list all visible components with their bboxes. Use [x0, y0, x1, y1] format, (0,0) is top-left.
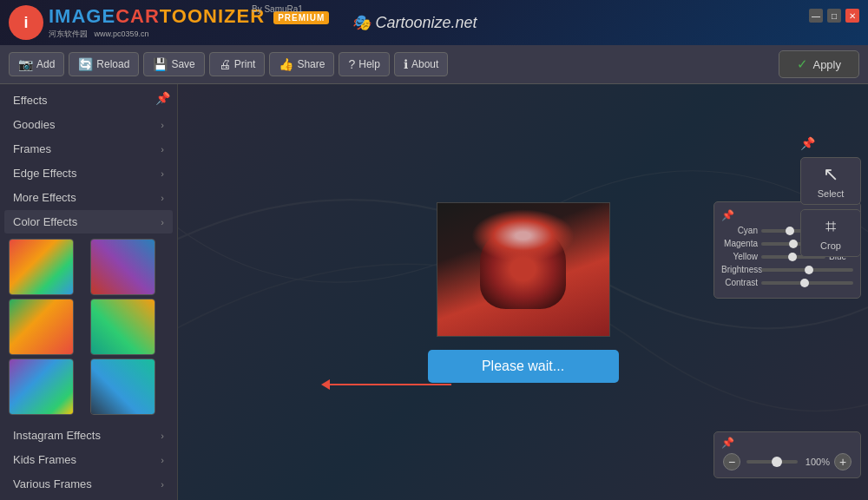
- menu-item-frames[interactable]: Frames ›: [4, 137, 173, 161]
- pin-icon-right: 📌: [800, 136, 815, 150]
- help-icon: ?: [348, 57, 355, 71]
- yellow-slider-thumb: [788, 253, 797, 261]
- arrow-icon: ›: [161, 168, 164, 179]
- zoom-panel: 📌 − 100% +: [713, 431, 861, 478]
- arrow-icon: ›: [161, 431, 164, 441]
- help-button[interactable]: ? Help: [339, 52, 389, 76]
- arrow-icon: ›: [161, 144, 164, 155]
- close-button[interactable]: ✕: [845, 9, 859, 23]
- about-icon: ℹ: [404, 57, 408, 71]
- arrow-icon: ›: [161, 479, 164, 490]
- add-icon: 📷: [18, 57, 33, 71]
- check-icon: ✓: [797, 56, 808, 72]
- titlebar: i IMAGECARTOONIZER PREMIUM 河东软件园 www.pc0…: [0, 0, 868, 45]
- save-icon: 💾: [153, 57, 168, 71]
- pin-icon-left: 📌: [155, 91, 170, 105]
- thumbnail-1[interactable]: [9, 239, 74, 295]
- logo-area: i IMAGECARTOONIZER PREMIUM 河东软件园 www.pc0…: [9, 5, 477, 40]
- arrow-icon: ›: [161, 193, 164, 203]
- magenta-slider-thumb: [789, 240, 798, 248]
- contrast-slider-thumb: [800, 279, 809, 287]
- print-icon: 🖨: [219, 57, 231, 71]
- share-icon: 👍: [279, 57, 293, 71]
- menu-item-instagram[interactable]: Instagram Effects ›: [4, 424, 173, 447]
- window-controls: — □ ✕: [809, 9, 859, 23]
- main-area: 📌 Effects › Goodies › Frames › Edge Effe…: [0, 84, 868, 500]
- brightness-slider-thumb: [805, 266, 813, 274]
- crop-icon: ⌗: [825, 215, 836, 238]
- menu-item-goodies[interactable]: Goodies ›: [4, 113, 173, 136]
- maximize-button[interactable]: □: [827, 9, 841, 23]
- save-button[interactable]: 💾 Save: [143, 52, 204, 76]
- zoom-out-button[interactable]: −: [723, 453, 740, 470]
- right-tools-panel: 📌 ↖ Select ⌗ Crop: [800, 136, 861, 257]
- menu-item-edge-effects[interactable]: Edge Effects ›: [4, 161, 173, 185]
- apply-button[interactable]: ✓ Apply: [779, 50, 859, 78]
- zoom-in-button[interactable]: +: [834, 453, 852, 470]
- zoom-pin-icon: 📌: [721, 437, 734, 449]
- menu-item-more-effects[interactable]: More Effects ›: [4, 186, 173, 209]
- menu-item-effects[interactable]: Effects ›: [4, 89, 173, 112]
- contrast-slider-track: [761, 281, 853, 285]
- menu-item-various-frames[interactable]: Various Frames ›: [4, 472, 173, 496]
- reload-icon: 🔄: [78, 57, 93, 71]
- cyan-slider-thumb: [786, 227, 794, 235]
- brightness-slider-track: [761, 268, 853, 272]
- crop-tool-button[interactable]: ⌗ Crop: [800, 209, 861, 257]
- thumbnail-4[interactable]: [90, 299, 155, 355]
- arrow-icon: ›: [161, 120, 164, 130]
- arrow-icon: ›: [161, 217, 164, 227]
- cursor-icon: ↖: [823, 163, 838, 186]
- brightness-row: Brightness: [721, 265, 853, 274]
- zoom-slider-thumb: [772, 457, 782, 467]
- thumbnails-grid: [4, 234, 173, 419]
- reload-button[interactable]: 🔄 Reload: [69, 52, 139, 76]
- about-button[interactable]: ℹ About: [394, 52, 448, 76]
- website-label: 河东软件园 www.pc0359.cn: [49, 29, 329, 40]
- toolbar: 📷 Add 🔄 Reload 💾 Save 🖨 Print 👍 Share ? …: [0, 45, 868, 84]
- thumbnail-6[interactable]: [90, 359, 155, 415]
- print-button[interactable]: 🖨 Print: [209, 52, 266, 76]
- portrait-image: [437, 203, 609, 336]
- menu-item-kids-frames[interactable]: Kids Frames ›: [4, 448, 173, 471]
- add-button[interactable]: 📷 Add: [9, 52, 64, 76]
- app-icon: i: [9, 5, 43, 40]
- zoom-slider-track: [746, 460, 798, 464]
- image-canvas: [437, 202, 610, 337]
- arrow-icon: ›: [161, 455, 164, 465]
- thumbnail-3[interactable]: [9, 299, 74, 355]
- zoom-level-label: 100%: [804, 457, 830, 467]
- thumbnail-5[interactable]: [9, 359, 74, 415]
- share-button[interactable]: 👍 Share: [269, 52, 334, 76]
- menu-item-color-effects[interactable]: Color Effects ›: [4, 210, 173, 234]
- select-tool-button[interactable]: ↖ Select: [800, 157, 861, 205]
- thumbnail-2[interactable]: [90, 239, 155, 295]
- author-label: By SamuRa1: [252, 4, 303, 14]
- cartoonize-logo: 🎭 Cartoonize.net: [352, 13, 477, 32]
- contrast-row: Contrast: [721, 278, 853, 287]
- left-panel: 📌 Effects › Goodies › Frames › Edge Effe…: [0, 84, 178, 500]
- minimize-button[interactable]: —: [809, 9, 823, 23]
